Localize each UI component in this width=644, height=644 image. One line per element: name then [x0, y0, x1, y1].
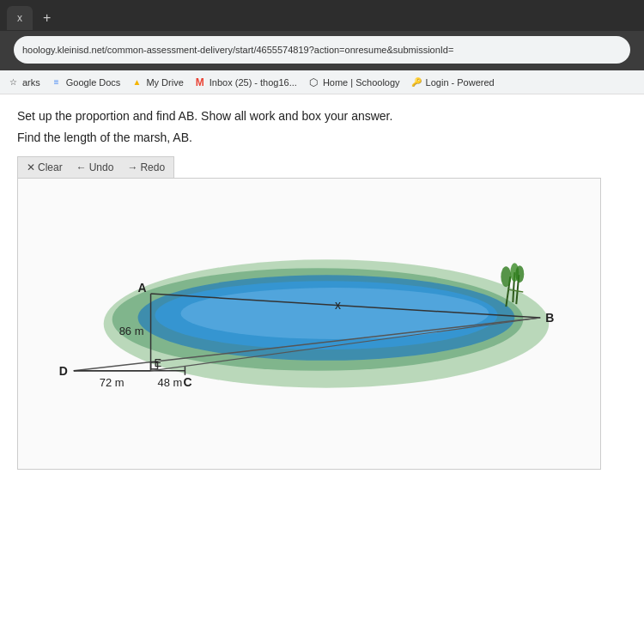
bookmark-login[interactable]: 🔑 Login - Powered: [410, 76, 495, 88]
page-content: Set up the proportion and find AB. Show …: [0, 94, 644, 644]
bookmark-schoology-label: Home | Schoology: [323, 77, 400, 88]
svg-text:A: A: [138, 281, 147, 295]
bookmark-my-drive[interactable]: ▲ My Drive: [131, 76, 183, 88]
tab-bar: x +: [0, 0, 644, 31]
gmail-icon: M: [194, 76, 206, 88]
svg-text:72 m: 72 m: [100, 375, 125, 388]
svg-point-10: [515, 265, 524, 283]
bookmark-arks-icon: ☆: [7, 76, 19, 88]
svg-text:86 m: 86 m: [119, 325, 144, 337]
undo-icon: ←: [76, 161, 87, 173]
bookmark-arks-label: arks: [22, 77, 40, 88]
browser-chrome: x + hoology.kleinisd.net/common-assessme…: [0, 0, 644, 94]
tab-inactive[interactable]: x: [7, 6, 33, 30]
question-line2: Find the length of the marsh, AB.: [17, 131, 627, 144]
bookmark-arks[interactable]: ☆ arks: [7, 76, 40, 88]
google-docs-icon: ≡: [51, 76, 63, 88]
svg-point-8: [501, 266, 511, 287]
svg-text:C: C: [183, 374, 191, 388]
undo-button[interactable]: ← Undo: [76, 161, 114, 173]
bookmark-inbox-label: Inbox (25) - thog16...: [210, 77, 297, 88]
bookmark-my-drive-label: My Drive: [146, 77, 183, 88]
clear-label: Clear: [38, 161, 63, 173]
clear-icon: ✕: [27, 161, 35, 173]
question-line1: Set up the proportion and find AB. Show …: [17, 108, 627, 125]
clear-button[interactable]: ✕ Clear: [27, 161, 63, 173]
redo-label: Redo: [140, 161, 165, 173]
svg-text:D: D: [59, 363, 68, 377]
bookmarks-bar: ☆ arks ≡ Google Docs ▲ My Drive M Inbox …: [0, 70, 644, 94]
svg-text:E: E: [155, 355, 162, 368]
bookmark-login-label: Login - Powered: [426, 77, 495, 88]
redo-icon: →: [127, 161, 137, 173]
my-drive-icon: ▲: [131, 76, 143, 88]
svg-text:x: x: [335, 298, 341, 312]
undo-label: Undo: [89, 161, 114, 173]
schoology-icon: ⬡: [307, 76, 319, 88]
bookmark-schoology[interactable]: ⬡ Home | Schoology: [307, 76, 400, 88]
bookmark-inbox[interactable]: M Inbox (25) - thog16...: [194, 76, 297, 88]
drawing-area[interactable]: A B x 86 m E D 48 m 72 m C: [17, 178, 601, 470]
address-text: hoology.kleinisd.net/common-assessment-d…: [22, 45, 453, 55]
login-icon: 🔑: [410, 76, 422, 88]
tab-x-label: x: [17, 12, 22, 24]
new-tab-button[interactable]: +: [36, 10, 58, 26]
drawing-toolbar: ✕ Clear ← Undo → Redo: [17, 156, 174, 178]
bookmark-google-docs-label: Google Docs: [66, 77, 121, 88]
redo-button[interactable]: → Redo: [127, 161, 165, 173]
svg-text:B: B: [545, 311, 554, 325]
bookmark-google-docs[interactable]: ≡ Google Docs: [51, 76, 121, 88]
svg-text:48 m: 48 m: [158, 375, 183, 388]
address-bar[interactable]: hoology.kleinisd.net/common-assessment-d…: [14, 36, 630, 64]
